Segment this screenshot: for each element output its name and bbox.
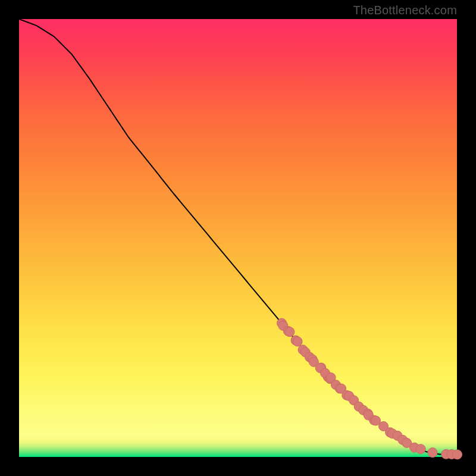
data-point <box>293 337 302 346</box>
chart-overlay <box>19 19 457 457</box>
source-attribution: TheBottleneck.com <box>353 4 457 17</box>
curve-line <box>19 19 457 455</box>
chart-container: TheBottleneck.com <box>0 0 476 476</box>
data-point <box>428 448 437 458</box>
chart-curve <box>19 19 457 455</box>
chart-points <box>277 318 462 459</box>
data-point <box>453 450 462 459</box>
data-point <box>416 444 425 454</box>
data-point <box>285 327 295 337</box>
